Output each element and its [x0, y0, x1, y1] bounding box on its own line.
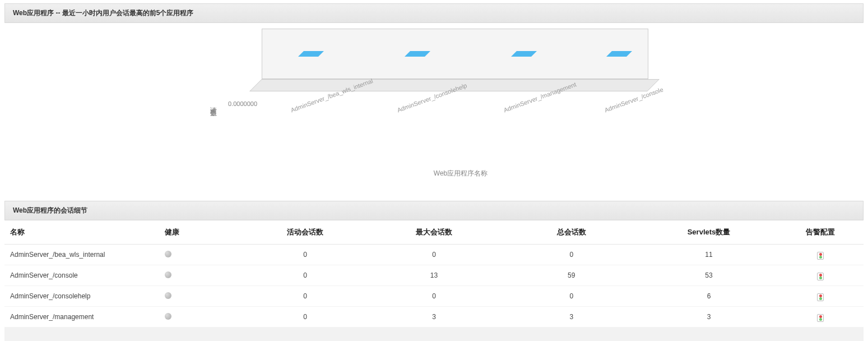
table-row[interactable]: AdminServer_/management0333 — [4, 307, 864, 328]
cell-name: AdminServer_/bea_wls_internal — [4, 245, 159, 265]
cell-active: 0 — [245, 265, 365, 286]
cell-servlets: 11 — [640, 245, 777, 265]
cell-servlets: 53 — [640, 265, 777, 286]
cell-active: 0 — [245, 286, 365, 307]
alert-config-icon[interactable] — [817, 314, 824, 322]
health-dot-icon — [165, 251, 171, 257]
cell-total: 59 — [503, 265, 640, 286]
cell-alert — [778, 265, 864, 286]
cell-health — [159, 245, 245, 265]
col-active[interactable]: 活动会话数 — [245, 220, 365, 245]
chart-panel-title: Web应用程序 -- 最近一小时内用户会话最高的前5个应用程序 — [4, 3, 864, 23]
alert-config-icon[interactable] — [817, 252, 824, 260]
cell-max: 0 — [365, 286, 503, 307]
cell-alert — [778, 307, 864, 328]
chart-x-label: Web应用程序名称 — [434, 169, 488, 178]
col-total[interactable]: 总会话数 — [503, 220, 640, 245]
table-row[interactable]: AdminServer_/bea_wls_internal00011 — [4, 245, 864, 265]
cell-health — [159, 265, 245, 286]
cell-alert — [778, 286, 864, 307]
col-health[interactable]: 健康 — [159, 220, 245, 245]
cell-total: 0 — [503, 245, 640, 265]
cell-health — [159, 307, 245, 328]
cell-active: 0 — [245, 245, 365, 265]
cell-alert — [778, 245, 864, 265]
alert-config-icon[interactable] — [817, 293, 824, 301]
cell-total: 3 — [503, 307, 640, 328]
health-dot-icon — [165, 313, 171, 320]
cell-health — [159, 286, 245, 307]
cell-servlets: 3 — [640, 307, 777, 328]
health-dot-icon — [165, 292, 171, 299]
table-row[interactable]: AdminServer_/console0135953 — [4, 265, 864, 286]
col-max[interactable]: 最大会话数 — [365, 220, 503, 245]
cell-name: AdminServer_/console — [4, 265, 159, 286]
table-panel-title: Web应用程序的会话细节 — [4, 201, 864, 220]
cell-max: 3 — [365, 307, 503, 328]
chart-y-tick: 0.0000000 — [228, 100, 257, 107]
session-table: 名称 健康 活动会话数 最大会话数 总会话数 Servlets数量 告警配置 A… — [4, 220, 864, 327]
chart-category-labels: AdminServer_/bea_wls_internal AdminServe… — [262, 107, 660, 141]
health-dot-icon — [165, 271, 171, 278]
table-row[interactable]: AdminServer_/consolehelp0006 — [4, 286, 864, 307]
col-alert[interactable]: 告警配置 — [778, 220, 864, 245]
col-servlets[interactable]: Servlets数量 — [640, 220, 777, 245]
chart-panel: Web应用程序 -- 最近一小时内用户会话最高的前5个应用程序 请求数量 0.0… — [4, 3, 864, 190]
chart-y-label: 请求数量 — [208, 102, 218, 106]
cell-name: AdminServer_/management — [4, 307, 159, 328]
cell-servlets: 6 — [640, 286, 777, 307]
cell-name: AdminServer_/consolehelp — [4, 286, 159, 307]
chart-panel-body: 请求数量 0.0000000 AdminServer_/bea_wls_inte… — [4, 23, 864, 190]
cell-total: 0 — [503, 286, 640, 307]
cell-max: 0 — [365, 245, 503, 265]
col-name[interactable]: 名称 — [4, 220, 159, 245]
cell-active: 0 — [245, 307, 365, 328]
table-panel: Web应用程序的会话细节 名称 健康 活动会话数 最大会话数 总会话数 Serv… — [4, 201, 864, 341]
table-footer — [4, 327, 864, 341]
cell-max: 13 — [365, 265, 503, 286]
alert-config-icon[interactable] — [817, 273, 824, 280]
